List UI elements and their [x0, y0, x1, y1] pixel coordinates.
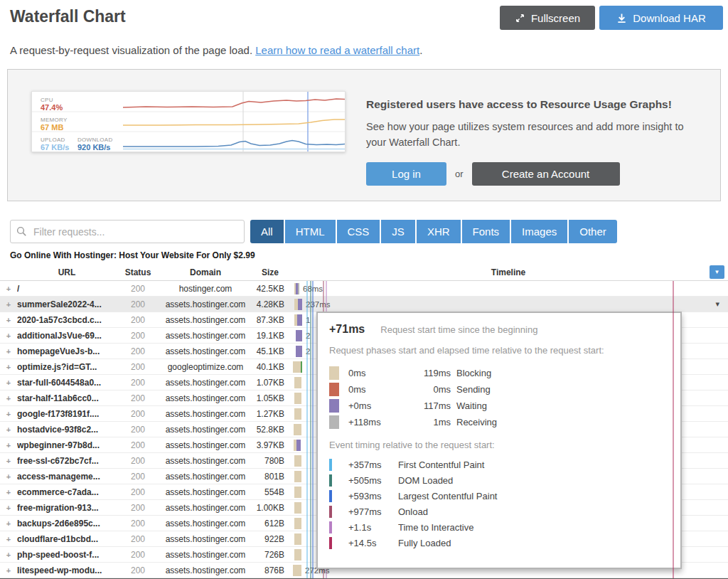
tab-other[interactable]: Other [569, 220, 617, 243]
expand-icon[interactable]: + [0, 551, 17, 559]
bar-segment-purple [298, 299, 302, 310]
expand-icon[interactable]: + [0, 285, 17, 293]
expand-icon[interactable]: + [0, 425, 17, 434]
request-size: 876B [252, 565, 289, 575]
bar-segment-purple [296, 330, 302, 341]
tooltip-phase-list: 0ms119msBlocking0ms0msSending+0ms117msWa… [329, 365, 669, 430]
tab-xhr[interactable]: XHR [417, 220, 461, 243]
col-status[interactable]: Status [117, 267, 159, 277]
request-size: 1.07KB [252, 378, 289, 388]
request-domain: assets.hostinger.com [159, 534, 252, 544]
bar-segment-purple [296, 440, 301, 451]
expand-icon[interactable]: + [0, 363, 17, 371]
request-url: star-full-6044548a0... [17, 378, 117, 388]
status-code: 200 [117, 409, 159, 419]
bar-segment-tan [294, 502, 301, 514]
phase-start: +118ms [348, 417, 395, 427]
col-timeline[interactable]: Timeline [289, 267, 728, 277]
tab-images[interactable]: Images [511, 220, 567, 243]
subtitle-period: . [419, 44, 422, 56]
expand-icon[interactable]: + [0, 441, 17, 450]
expand-icon[interactable]: + [0, 394, 17, 403]
expand-icon[interactable]: + [0, 410, 17, 418]
promo-heading: Registered users have access to Resource… [366, 98, 712, 111]
request-size: 40.1KB [252, 362, 289, 372]
phase-duration: 117ms [395, 400, 451, 411]
col-domain[interactable]: Domain [159, 267, 252, 277]
tab-html[interactable]: HTML [285, 220, 336, 243]
expand-icon[interactable]: + [0, 566, 17, 575]
request-domain: assets.hostinger.com [159, 299, 252, 309]
tab-js[interactable]: JS [381, 220, 415, 243]
expand-icon[interactable]: + [0, 519, 17, 528]
request-domain: assets.hostinger.com [159, 331, 252, 341]
download-value: 920 KB/s [77, 144, 110, 152]
expand-icon[interactable]: + [0, 300, 17, 309]
request-domain: assets.hostinger.com [159, 503, 252, 513]
request-domain: assets.hostinger.com [159, 315, 252, 325]
bar-segment-tan [294, 455, 301, 467]
request-url: google-f173f8191f.... [17, 409, 117, 419]
status-code: 200 [117, 550, 159, 560]
dropdown-arrow-icon: ▼ [714, 269, 720, 275]
status-code: 200 [117, 378, 159, 388]
status-code: 200 [117, 456, 159, 466]
memory-label: MEMORY [41, 117, 68, 123]
table-row[interactable]: +summerSale2022-4...200assets.hostinger.… [0, 297, 728, 312]
bar-segment-tan [294, 377, 301, 388]
tab-css[interactable]: CSS [337, 220, 380, 243]
expand-icon[interactable]: + [0, 347, 17, 356]
onload-line-icon [329, 506, 332, 518]
event-line-largest-contentful-paint [312, 281, 314, 578]
event-line-fully-loaded [673, 281, 674, 578]
row-caret-icon[interactable]: ▾ [715, 299, 719, 309]
waterfall-help-link[interactable]: Learn how to read a waterfall chart [255, 44, 419, 56]
tab-all[interactable]: All [250, 220, 284, 243]
create-account-button[interactable]: Create an Account [472, 162, 620, 186]
bar-segment-gray [298, 283, 299, 294]
expand-icon[interactable]: + [0, 488, 17, 496]
request-url: summerSale2022-4... [17, 299, 117, 309]
timeline-bar [296, 330, 302, 341]
promo-actions: Log in or Create an Account [366, 162, 712, 186]
table-row[interactable]: +/200hostinger.com42.5KB68ms [0, 281, 728, 297]
download-har-button[interactable]: Download HAR [599, 6, 723, 30]
expand-icon[interactable]: + [0, 378, 17, 387]
timeline-options-button[interactable]: ▼ [710, 265, 724, 279]
tooltip-start-caption: Request start time since the beginning [380, 324, 537, 335]
timeline-bar [294, 440, 301, 451]
status-code: 200 [117, 315, 159, 325]
largest-contentful-paint-line-icon [329, 490, 332, 502]
event-row-fully-loaded: +14.5sFully Loaded [329, 535, 669, 551]
timeline-bar [293, 565, 301, 576]
table-header: URL Status Domain Size Timeline ▼ [0, 265, 728, 281]
expand-icon[interactable]: + [0, 316, 17, 324]
request-size: 3.97KB [252, 440, 289, 450]
request-size: 19.1KB [252, 331, 289, 341]
col-url[interactable]: URL [17, 267, 117, 277]
filter-wrap [10, 220, 245, 243]
login-button[interactable]: Log in [366, 162, 446, 186]
request-size: 52.8KB [252, 425, 289, 435]
expand-icon[interactable]: + [0, 504, 17, 512]
event-time: +357ms [348, 460, 398, 470]
expand-icon[interactable]: + [0, 535, 17, 543]
bar-segment-tan [294, 424, 301, 435]
tab-fonts[interactable]: Fonts [462, 220, 510, 243]
expand-icon[interactable]: + [0, 331, 17, 340]
col-size[interactable]: Size [252, 267, 289, 277]
request-domain: assets.hostinger.com [159, 456, 252, 466]
request-domain: assets.hostinger.com [159, 409, 252, 419]
tooltip-start-time: +71ms [329, 323, 365, 336]
request-domain: assets.hostinger.com [159, 565, 252, 575]
request-size: 554B [252, 487, 289, 497]
phase-name: Sending [456, 384, 491, 395]
expand-icon[interactable]: + [0, 472, 17, 481]
request-size: 1.05KB [252, 393, 289, 403]
timeline-bar [294, 533, 301, 545]
filter-requests-input[interactable] [10, 220, 245, 243]
request-url: optimize.js?id=GT... [17, 362, 117, 372]
fullscreen-button[interactable]: Fullscreen [500, 6, 595, 30]
resource-usage-preview: CPU 47.4% MEMORY 67 MB UPLOAD 67 KB/s DO… [31, 91, 346, 152]
expand-icon[interactable]: + [0, 457, 17, 465]
